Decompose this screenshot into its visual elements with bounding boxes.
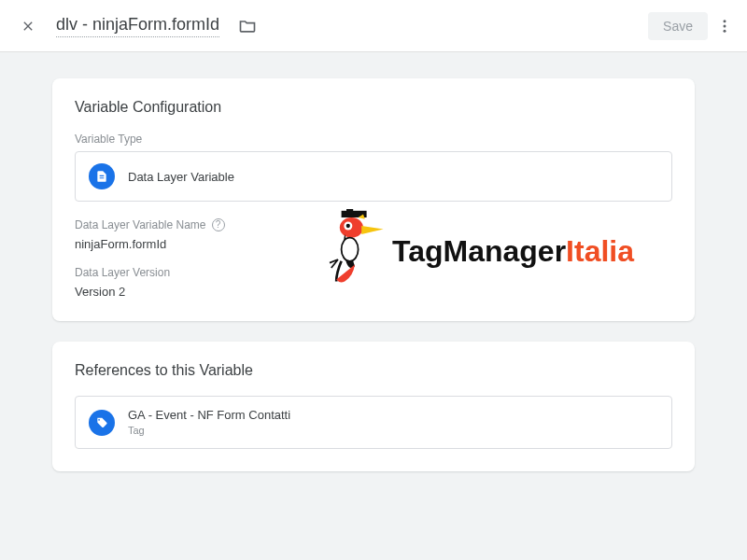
svg-rect-4 (346, 209, 353, 214)
save-button[interactable]: Save (648, 12, 708, 40)
more-icon[interactable] (713, 15, 736, 37)
reference-item[interactable]: GA - Event - NF Form Contatti Tag (75, 396, 672, 449)
svg-point-0 (724, 20, 726, 22)
variable-type-value: Data Layer Variable (128, 170, 234, 184)
references-heading: References to this Variable (75, 362, 672, 379)
svg-rect-3 (342, 211, 367, 217)
data-layer-variable-icon (89, 163, 115, 189)
svg-point-1 (724, 24, 726, 27)
svg-point-2 (724, 29, 726, 32)
top-bar: dlv - ninjaForm.formId Save (0, 0, 747, 52)
page-title[interactable]: dlv - ninjaForm.formId (56, 15, 219, 37)
config-heading: Variable Configuration (75, 99, 672, 116)
folder-icon[interactable] (236, 15, 259, 37)
reference-title: GA - Event - NF Form Contatti (128, 408, 290, 424)
variable-type-label: Variable Type (75, 133, 672, 146)
dlv-name-value: ninjaForm.formId (75, 237, 672, 251)
dlv-version-label: Data Layer Version (75, 266, 672, 279)
tag-icon (89, 410, 115, 436)
reference-subtitle: Tag (128, 424, 290, 437)
close-icon[interactable] (17, 15, 39, 37)
dlv-version-value: Version 2 (75, 285, 672, 299)
app-root: dlv - ninjaForm.formId Save Variable Con… (0, 0, 747, 560)
help-icon[interactable]: ? (212, 218, 225, 231)
variable-config-card: Variable Configuration Variable Type Dat… (52, 78, 695, 321)
variable-type-selector[interactable]: Data Layer Variable (75, 151, 672, 202)
dlv-name-label: Data Layer Variable Name ? (75, 218, 672, 231)
body-area: Variable Configuration Variable Type Dat… (0, 52, 747, 560)
references-card: References to this Variable GA - Event -… (52, 342, 695, 471)
